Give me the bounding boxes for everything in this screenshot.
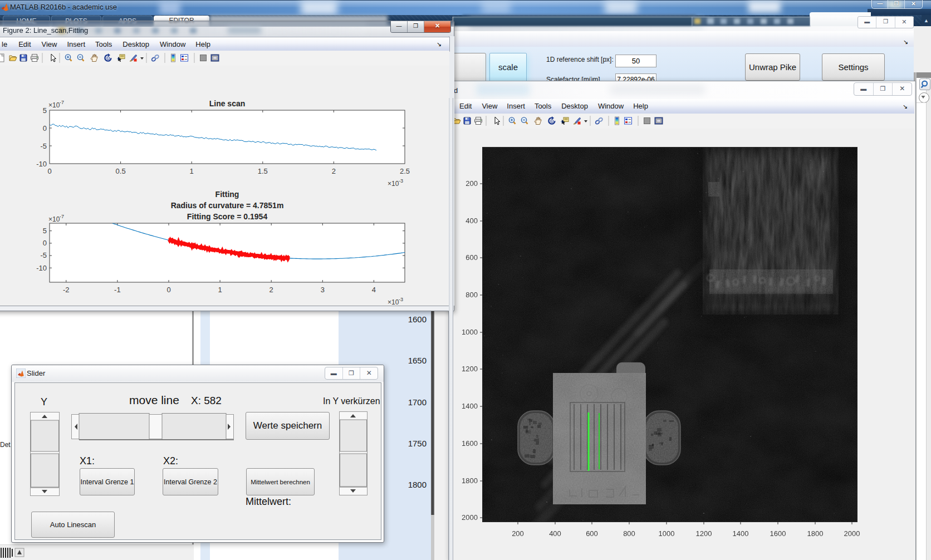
svg-text:Fitting: Fitting: [215, 190, 239, 199]
svg-text:5: 5: [43, 106, 47, 115]
svg-text:2000: 2000: [844, 529, 860, 538]
svg-text:1600: 1600: [770, 529, 786, 538]
svg-text:-10: -10: [36, 160, 47, 168]
svg-text:3: 3: [321, 286, 325, 294]
svg-text:800: 800: [465, 291, 478, 299]
svg-text:×10: ×10: [388, 180, 399, 188]
svg-text:600: 600: [465, 253, 478, 262]
svg-text:0: 0: [43, 239, 47, 247]
svg-text:-3: -3: [399, 297, 403, 302]
svg-text:1800: 1800: [462, 477, 478, 485]
svg-text:2000: 2000: [462, 513, 478, 522]
svg-text:-5: -5: [40, 142, 47, 150]
svg-text:Fitting Score = 0.1954: Fitting Score = 0.1954: [187, 212, 268, 221]
svg-text:5: 5: [43, 227, 47, 235]
svg-text:1400: 1400: [733, 529, 749, 538]
svg-text:Line scan: Line scan: [209, 99, 246, 108]
svg-text:1800: 1800: [807, 529, 824, 538]
svg-text:2: 2: [332, 167, 336, 175]
svg-text:4: 4: [372, 286, 376, 294]
svg-text:-7: -7: [60, 100, 64, 105]
svg-text:1400: 1400: [462, 402, 478, 410]
svg-text:2: 2: [270, 286, 273, 294]
svg-text:-2: -2: [63, 286, 70, 294]
svg-text:-7: -7: [60, 214, 64, 219]
svg-text:-1: -1: [114, 286, 121, 294]
svg-text:1200: 1200: [696, 529, 712, 538]
svg-text:×10: ×10: [48, 101, 60, 109]
svg-text:Radius of curvature = 4.7851m: Radius of curvature = 4.7851m: [171, 201, 284, 210]
svg-text:×10: ×10: [388, 298, 399, 306]
svg-text:800: 800: [623, 529, 635, 538]
svg-text:200: 200: [465, 179, 478, 188]
svg-text:2.5: 2.5: [400, 167, 410, 175]
svg-text:0: 0: [47, 167, 51, 175]
svg-text:1: 1: [190, 167, 194, 175]
svg-text:600: 600: [586, 529, 598, 538]
svg-text:0: 0: [166, 286, 170, 294]
svg-text:400: 400: [549, 529, 561, 538]
svg-text:-10: -10: [36, 264, 47, 272]
svg-text:1200: 1200: [462, 365, 478, 373]
svg-text:0.5: 0.5: [116, 167, 126, 175]
svg-text:-3: -3: [399, 178, 403, 184]
svg-text:1000: 1000: [462, 328, 478, 336]
svg-text:-5: -5: [40, 251, 47, 259]
svg-text:1.5: 1.5: [258, 167, 268, 175]
svg-text:400: 400: [465, 217, 478, 225]
svg-text:×10: ×10: [48, 215, 60, 223]
svg-text:200: 200: [512, 529, 524, 538]
svg-text:1600: 1600: [462, 439, 478, 448]
svg-text:1000: 1000: [659, 529, 675, 538]
svg-text:1: 1: [218, 286, 222, 294]
svg-text:0: 0: [43, 124, 47, 132]
